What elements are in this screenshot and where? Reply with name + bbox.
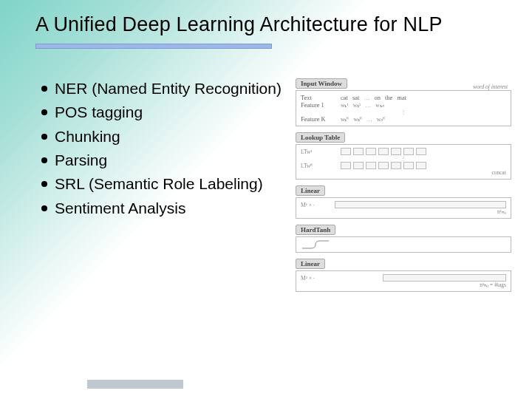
vector-bar	[335, 201, 506, 208]
word-of-interest-label: word of interest	[473, 83, 508, 90]
block-label: Lookup Table	[296, 132, 345, 143]
token: sat	[352, 94, 359, 101]
hardtanh-block: HardTanh	[296, 225, 511, 253]
concat-label: concat	[301, 169, 506, 176]
lt-label: LTwᴷ	[301, 163, 336, 169]
vdots: ⋮	[400, 109, 406, 115]
lookup-table-block: Lookup Table LTw¹ ⋮ LTwᴷ concat	[296, 132, 511, 180]
token: the	[385, 94, 392, 101]
vdots: ⋮	[400, 155, 406, 162]
block-label: Linear	[296, 185, 325, 196]
linear1-block: Linear M¹ × · n¹ₕᵤ	[296, 185, 511, 219]
text-label: Text	[301, 94, 336, 101]
title-underline	[35, 44, 272, 49]
m1-label: M¹ × ·	[301, 202, 330, 208]
input-window-block: Input Window word of interest Text cat s…	[296, 78, 511, 126]
sym: w₁ₙ	[375, 102, 383, 109]
sym: w₁¹	[341, 102, 349, 109]
bullet-item: Parsing	[41, 150, 285, 171]
bullet-list: NER (Named Entity Recognition) POS taggi…	[41, 78, 285, 298]
token: mat	[397, 94, 406, 101]
tanh-icon	[301, 239, 330, 250]
ellipsis: …	[366, 116, 372, 123]
content-area: NER (Named Entity Recognition) POS taggi…	[0, 49, 532, 298]
bullet-item: Sentiment Analysis	[41, 198, 285, 219]
lt-label: LTw¹	[301, 149, 336, 155]
bullet-item: NER (Named Entity Recognition)	[41, 78, 285, 99]
block-label: Input Window	[296, 78, 347, 89]
bullet-item: SRL (Semantic Role Labeling)	[41, 174, 285, 194]
sym: wₙᴷ	[377, 116, 385, 123]
m2-label: M² × ·	[301, 275, 336, 282]
ellipsis: …	[365, 102, 371, 109]
block-label: Linear	[296, 259, 325, 269]
nhu2-label: n²ₕᵤ = #tags	[301, 282, 506, 288]
slide-title: A Unified Deep Learning Architecture for…	[0, 0, 532, 44]
slide: A Unified Deep Learning Architecture for…	[0, 0, 532, 399]
sym: w₂¹	[353, 102, 361, 109]
bullet-item: POS tagging	[41, 102, 285, 123]
sym: w₂ᴷ	[353, 116, 361, 123]
featurek-label: Feature K	[301, 115, 336, 123]
bullet-item: Chunking	[41, 126, 285, 147]
vector-bar	[383, 274, 506, 282]
block-label: HardTanh	[296, 225, 335, 235]
architecture-diagram: Input Window word of interest Text cat s…	[296, 78, 511, 298]
ellipsis: …	[364, 95, 369, 101]
token: cat	[341, 94, 348, 101]
feature1-label: Feature 1	[301, 101, 336, 109]
footer-bar	[87, 380, 183, 389]
nhu-label: n¹ₕᵤ	[301, 208, 506, 215]
sym: w₁ᴷ	[341, 116, 349, 123]
token: on	[374, 94, 381, 101]
linear2-block: Linear M² × · n²ₕᵤ = #tags	[296, 259, 511, 292]
